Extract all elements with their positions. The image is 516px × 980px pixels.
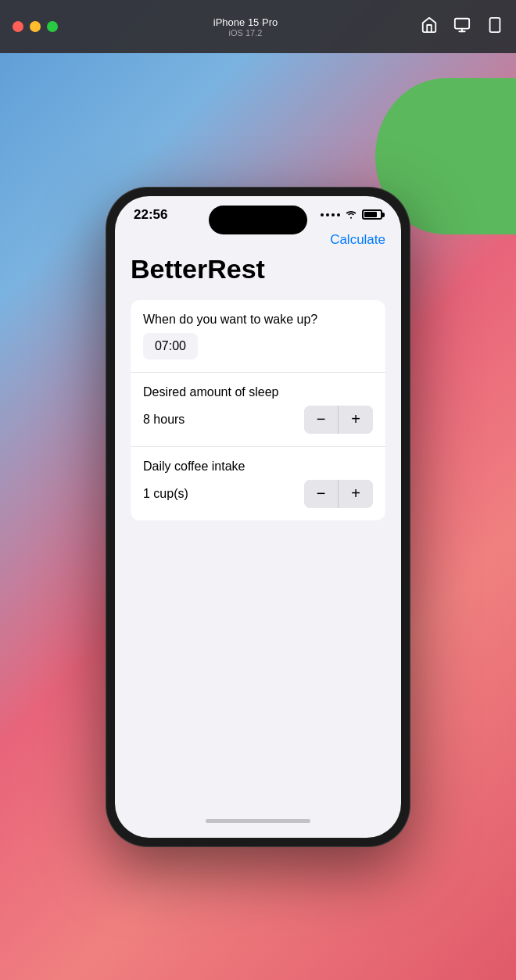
phone-screen: 22:56 [115,196,401,838]
coffee-stepper: − + [304,480,373,508]
app-content: BetterRest When do you want to wake up? … [115,254,401,811]
wake-up-section: When do you want to wake up? 07:00 [131,300,385,372]
close-button[interactable] [13,21,23,32]
minimize-button[interactable] [30,21,41,32]
sleep-increase-button[interactable]: + [339,406,373,434]
device-name: iPhone 15 Pro [213,16,278,28]
coffee-decrease-button[interactable]: − [304,480,339,508]
fullscreen-button[interactable] [47,21,58,32]
coffee-value: 1 cup(s) [143,487,188,501]
calculate-button[interactable]: Calculate [330,232,385,248]
phone-frame: 22:56 [106,187,410,847]
ios-version: iOS 17.2 [229,28,263,38]
rotate-icon[interactable] [486,16,503,38]
status-time: 22:56 [134,207,167,223]
svg-rect-0 [455,18,469,28]
toolbar-icons [421,16,503,38]
coffee-section: Daily coffee intake 1 cup(s) − + [131,446,385,520]
home-icon[interactable] [421,16,438,38]
time-picker[interactable]: 07:00 [143,333,198,359]
wifi-icon [345,209,357,221]
phone-wrapper: 22:56 [106,187,410,847]
signal-icon [321,213,340,216]
toolbar-title: iPhone 15 Pro iOS 17.2 [70,16,421,38]
sleep-section: Desired amount of sleep 8 hours − + [131,372,385,446]
sleep-label: Desired amount of sleep [143,385,373,399]
app-title: BetterRest [131,254,385,284]
home-indicator [115,811,401,838]
status-icons [321,209,382,221]
wake-up-label: When do you want to wake up? [143,313,373,327]
coffee-stepper-row: 1 cup(s) − + [143,480,373,508]
coffee-increase-button[interactable]: + [339,480,373,508]
sleep-stepper-row: 8 hours − + [143,406,373,434]
mac-toolbar: iPhone 15 Pro iOS 17.2 [0,0,516,53]
sleep-stepper: − + [304,406,373,434]
sleep-value: 8 hours [143,413,185,427]
dynamic-island [209,206,307,234]
svg-rect-3 [490,17,500,31]
screenshot-icon[interactable] [453,16,471,38]
traffic-lights [13,21,58,32]
form-card: When do you want to wake up? 07:00 Desir… [131,300,385,520]
sleep-decrease-button[interactable]: − [304,406,339,434]
home-bar [206,819,310,823]
coffee-label: Daily coffee intake [143,460,373,474]
battery-icon [362,209,382,220]
